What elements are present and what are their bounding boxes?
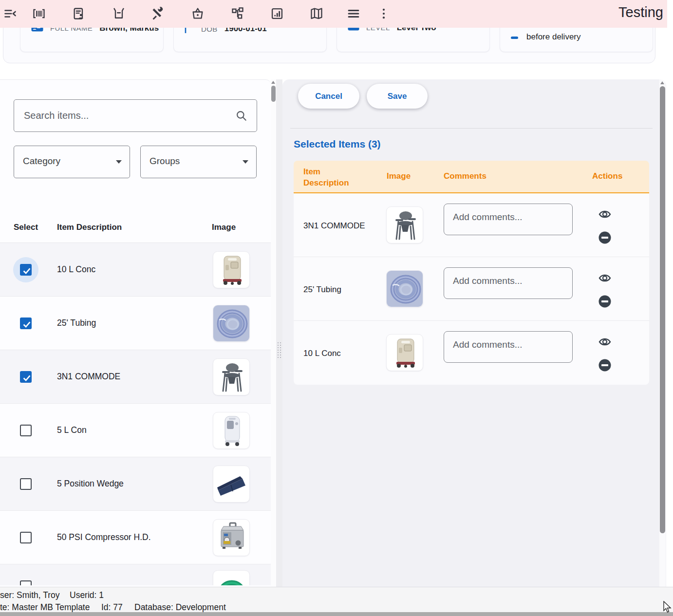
oxygen-concentrator-5l-image [213,412,250,449]
col-actions: Actions [592,171,622,181]
eye-icon[interactable] [598,272,611,284]
selected-items-title: Selected Items (3) [294,138,381,150]
chevron-down-icon [116,160,122,164]
category-dropdown[interactable]: Category [14,146,130,178]
table-row-partial [0,564,271,585]
commode-chair-image [213,358,250,395]
dash-icon [511,32,518,41]
col-image: Image [387,171,411,181]
table-row: 5 L Con [0,404,271,457]
scrollbar-thumb[interactable] [660,86,665,533]
selected-items-table: Item Description Image Comments Actions … [294,161,649,385]
row-checkbox[interactable] [20,580,32,585]
scrollbar-thumb[interactable] [271,86,276,102]
status-bar: ser: Smith, Troy Userid: 1 te: Master MB… [0,587,673,612]
left-panel-scrollbar [271,79,276,587]
table-row: 3N1 COMMODE [294,193,649,257]
navy-wedge-cushion-image [213,466,250,503]
col-comments: Comments [444,171,486,181]
more-vertical-icon[interactable] [377,7,391,20]
row-checkbox[interactable] [20,425,32,436]
table-row: 25' Tubing [294,257,649,321]
col-item-description: Item Description [57,223,122,232]
cancel-button[interactable]: Cancel [298,84,359,109]
item-description: 3N1 COMMODE [57,372,120,382]
schema-icon[interactable] [231,7,244,20]
row-checkbox[interactable] [20,532,32,543]
item-description: 50 PSI Compressor H.D. [57,532,151,542]
row-checkbox[interactable] [20,478,32,490]
eye-icon[interactable] [598,208,611,221]
status-userid: Userid: 1 [70,590,104,600]
category-dropdown-label: Category [23,156,60,167]
items-table: 10 L Conc 25' Tubing 3N1 COMMODE [0,243,271,585]
menu-open-icon[interactable] [3,7,17,20]
green-coil-image [213,570,250,585]
col-select: Select [14,223,38,232]
table-row: 10 L Conc [294,321,649,385]
col-image: Image [212,223,236,232]
col-item-description: Item Description [303,166,357,188]
item-description: 10 L Conc [303,349,341,358]
map-icon[interactable] [310,7,323,20]
remove-icon[interactable] [598,359,611,372]
oxygen-concentrator-10l-image [213,251,250,288]
items-table-header: Select Item Description Image [0,215,271,243]
row-checkbox[interactable] [20,371,32,383]
eye-icon[interactable] [598,336,611,348]
item-picker-panel: Category Groups Select Item Description … [0,79,271,587]
search-icon[interactable] [235,110,248,124]
splitter-grip[interactable] [278,342,281,358]
search-box [14,99,257,132]
app-toolbar: Testing [0,0,667,28]
tools-icon[interactable] [151,7,165,20]
status-user: ser: Smith, Troy [0,590,60,600]
barcode-icon[interactable] [32,7,46,20]
blue-tubing-coil-image [213,305,250,342]
status-id: Id: 77 [101,602,123,613]
comment-input[interactable] [444,204,573,235]
item-description: 10 L Conc [57,264,95,275]
remove-icon[interactable] [598,231,611,244]
selected-items-panel: Cancel Save Selected Items (3) Item Desc… [282,79,666,587]
oxygen-concentrator-10l-image [386,334,423,371]
panel-splitter [276,79,282,587]
report-icon[interactable] [270,7,284,20]
row-checkbox[interactable] [20,317,32,329]
search-input[interactable] [24,100,233,131]
comment-input[interactable] [444,267,573,299]
comment-input[interactable] [444,331,573,363]
table-row: 25' Tubing [0,297,271,350]
bin-icon[interactable] [112,7,126,20]
page-title: Testing [618,4,663,20]
save-button[interactable]: Save [367,84,428,109]
item-description: 3N1 COMMODE [303,221,365,231]
chevron-down-icon [243,160,248,164]
table-row: 5 Position Wedge [0,457,271,511]
field-value: before delivery [526,32,581,42]
item-description: 25' Tubing [57,318,96,328]
blue-tubing-coil-image [386,270,423,307]
gray-compressor-image [213,519,250,556]
horizontal-scrollbar[interactable] [0,612,673,616]
groups-dropdown[interactable]: Groups [140,146,257,178]
basket-icon[interactable] [191,7,205,20]
row-checkbox[interactable] [20,264,32,276]
groups-dropdown-label: Groups [150,156,180,167]
commode-chair-image [386,206,423,243]
patient-record-icon[interactable] [72,7,86,20]
remove-icon[interactable] [598,295,611,308]
right-panel-scrollbar [659,79,666,587]
menu-icon[interactable] [347,7,360,20]
scroll-up-arrow[interactable] [660,81,664,84]
table-row: 10 L Conc [0,243,271,297]
scroll-up-arrow[interactable] [271,81,275,84]
status-template: te: Master MB Template [0,602,90,613]
table-row: 3N1 COMMODE [0,350,271,404]
selected-items-table-header: Item Description Image Comments Actions [294,161,649,193]
table-row: 50 PSI Compressor H.D. [0,511,271,564]
item-description: 5 Position Wedge [57,479,124,489]
app-window: FULL NAME Brown, Markus DOB 1900-01-01 L… [0,0,673,616]
status-database: Database: Development [134,602,226,613]
item-description: 5 L Con [57,425,87,435]
